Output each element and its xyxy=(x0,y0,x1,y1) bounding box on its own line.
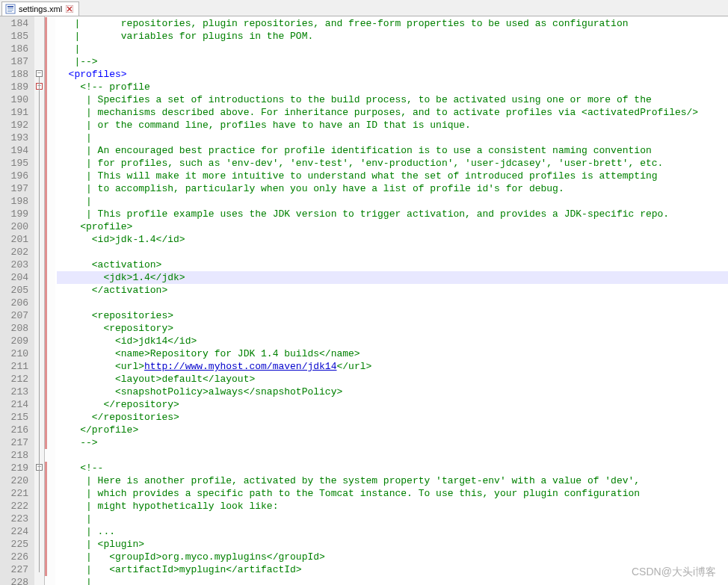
code-line[interactable]: <id>jdk-1.4</id> xyxy=(57,233,728,246)
line-number: 228 xyxy=(0,576,34,585)
line-number: 223 xyxy=(0,513,34,525)
code-line[interactable]: | for profiles, such as 'env-dev', 'env-… xyxy=(57,157,728,170)
code-line[interactable]: | Here is another profile, activated by … xyxy=(57,474,728,487)
line-number: 224 xyxy=(0,525,34,538)
code-line[interactable]: | This profile example uses the JDK vers… xyxy=(57,208,728,220)
code-line[interactable]: |--> xyxy=(57,55,728,68)
code-line[interactable]: <activation> xyxy=(57,259,728,271)
code-line[interactable]: <!-- profile xyxy=(57,81,728,93)
svg-rect-3 xyxy=(7,10,13,10)
svg-rect-1 xyxy=(7,6,13,7)
fold-toggle[interactable]: − xyxy=(36,70,43,77)
code-line[interactable]: | xyxy=(57,513,728,525)
line-number: 184 xyxy=(0,17,34,30)
line-number: 198 xyxy=(0,195,34,208)
close-icon[interactable] xyxy=(65,4,74,13)
code-line[interactable]: | Specifies a set of introductions to th… xyxy=(57,93,728,106)
code-line[interactable]: | ... xyxy=(57,525,728,538)
line-number: 226 xyxy=(0,551,34,563)
fold-column[interactable]: −−− xyxy=(34,16,45,585)
code-line[interactable]: | xyxy=(57,195,728,208)
code-line[interactable]: | xyxy=(57,576,728,585)
code-line[interactable]: | might hypothetically look like: xyxy=(57,500,728,513)
line-number: 219 xyxy=(0,462,34,474)
line-number: 221 xyxy=(0,487,34,500)
line-number: 218 xyxy=(0,449,34,462)
code-line[interactable]: <profiles> xyxy=(57,68,728,81)
line-number: 207 xyxy=(0,309,34,322)
line-number: 225 xyxy=(0,538,34,551)
code-line[interactable]: </profile> xyxy=(57,424,728,436)
code-line[interactable]: | <groupId>org.myco.myplugins</groupId> xyxy=(57,551,728,563)
line-number: 216 xyxy=(0,424,34,436)
tab-bar: settings.xml xyxy=(0,0,728,16)
line-number: 214 xyxy=(0,398,34,411)
code-line[interactable]: </repository> xyxy=(57,398,728,411)
line-number: 195 xyxy=(0,157,34,170)
code-line[interactable]: | variables for plugins in the POM. xyxy=(57,30,728,43)
line-number: 222 xyxy=(0,500,34,513)
line-number: 191 xyxy=(0,106,34,119)
line-number-gutter: 1841851861871881891901911921931941951961… xyxy=(0,16,34,585)
code-line[interactable]: | to accomplish, particularly when you o… xyxy=(57,182,728,195)
code-line[interactable]: </repositories> xyxy=(57,411,728,424)
xml-file-icon xyxy=(5,4,16,14)
code-area[interactable]: | repositories, plugin repositories, and… xyxy=(55,16,728,585)
code-line[interactable]: </activation> xyxy=(57,284,728,297)
line-number: 202 xyxy=(0,246,34,259)
code-line[interactable]: <repositories> xyxy=(57,309,728,322)
code-line[interactable] xyxy=(57,246,728,259)
code-line[interactable] xyxy=(57,449,728,462)
code-line[interactable]: <id>jdk14</id> xyxy=(57,335,728,347)
code-line[interactable]: <layout>default</layout> xyxy=(57,373,728,386)
line-number: 206 xyxy=(0,297,34,309)
code-line[interactable]: | which provides a specific path to the … xyxy=(57,487,728,500)
line-number: 186 xyxy=(0,43,34,55)
line-number: 197 xyxy=(0,182,34,195)
line-number: 193 xyxy=(0,131,34,144)
change-marker xyxy=(45,462,47,576)
code-line[interactable]: <snapshotPolicy>always</snapshotPolicy> xyxy=(57,386,728,398)
line-number: 213 xyxy=(0,386,34,398)
code-line[interactable]: | <plugin> xyxy=(57,538,728,551)
code-line[interactable]: <!-- xyxy=(57,462,728,474)
line-number: 210 xyxy=(0,347,34,360)
svg-rect-4 xyxy=(7,11,12,12)
file-tab[interactable]: settings.xml xyxy=(1,1,79,16)
line-number: 192 xyxy=(0,119,34,131)
line-number: 203 xyxy=(0,259,34,271)
code-line[interactable]: <jdk>1.4</jdk> xyxy=(57,271,728,284)
line-number: 217 xyxy=(0,436,34,449)
line-number: 188 xyxy=(0,68,34,81)
line-number: 194 xyxy=(0,144,34,157)
code-line[interactable]: <url>http://www.myhost.com/maven/jdk14</… xyxy=(57,360,728,373)
line-number: 190 xyxy=(0,93,34,106)
code-line[interactable]: | <artifactId>myplugin</artifactId> xyxy=(57,563,728,576)
code-line[interactable] xyxy=(57,297,728,309)
line-number: 196 xyxy=(0,170,34,182)
line-number: 204 xyxy=(0,271,34,284)
code-line[interactable]: <repository> xyxy=(57,322,728,335)
line-number: 201 xyxy=(0,233,34,246)
code-line[interactable]: | or the command line, profiles have to … xyxy=(57,119,728,131)
code-line[interactable]: --> xyxy=(57,436,728,449)
line-number: 205 xyxy=(0,284,34,297)
line-number: 220 xyxy=(0,474,34,487)
code-line[interactable]: | xyxy=(57,131,728,144)
line-number: 200 xyxy=(0,220,34,233)
line-number: 227 xyxy=(0,563,34,576)
code-line[interactable]: | This will make it more intuitive to un… xyxy=(57,170,728,182)
line-number: 185 xyxy=(0,30,34,43)
line-number: 212 xyxy=(0,373,34,386)
code-line[interactable]: | mechanisms described above. For inheri… xyxy=(57,106,728,119)
code-line[interactable]: | xyxy=(57,43,728,55)
code-line[interactable]: | repositories, plugin repositories, and… xyxy=(57,17,728,30)
code-line[interactable]: | An encouraged best practice for profil… xyxy=(57,144,728,157)
code-line[interactable]: <name>Repository for JDK 1.4 builds</nam… xyxy=(57,347,728,360)
line-number: 211 xyxy=(0,360,34,373)
line-number: 215 xyxy=(0,411,34,424)
line-number: 208 xyxy=(0,322,34,335)
code-line[interactable]: <profile> xyxy=(57,220,728,233)
change-margin xyxy=(45,16,55,585)
line-number: 199 xyxy=(0,208,34,220)
